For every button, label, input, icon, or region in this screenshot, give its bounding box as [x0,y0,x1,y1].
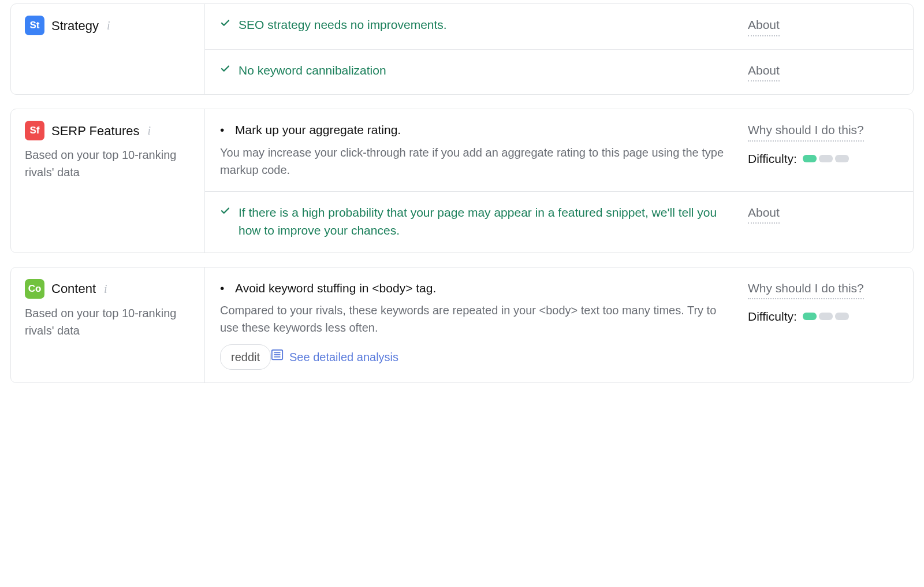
difficulty-segment [819,155,833,162]
recommendation-description: Compared to your rivals, these keywords … [220,302,733,336]
recommendation-heading: Avoid keyword stuffing in <body> tag. [235,279,436,298]
recommendation-item: No keyword cannibalizationAbout [204,49,913,95]
about-link[interactable]: About [748,203,780,224]
difficulty-bar [803,313,849,320]
see-detailed-analysis-label: See detailed analysis [289,348,398,366]
category-section: StStrategyiSEO strategy needs no improve… [10,3,914,95]
recommendation-heading: Mark up your aggregate rating. [235,121,401,139]
bullet-icon: • [220,279,227,298]
difficulty-segment [835,313,849,320]
info-icon[interactable]: i [104,280,107,298]
recommendation-heading: SEO strategy needs no improvements. [239,16,447,34]
category-subtitle: Based on your top 10-ranking rivals' dat… [25,304,191,339]
category-badge: Co [25,279,44,299]
bullet-icon: • [220,121,227,139]
category-subtitle: Based on your top 10-ranking rivals' dat… [25,146,191,181]
recommendation-item: •Avoid keyword stuffing in <body> tag.Co… [204,268,913,383]
difficulty-label: Difficulty: [748,307,797,326]
recommendation-item: SEO strategy needs no improvements.About [204,4,913,49]
difficulty-label: Difficulty: [748,150,797,168]
category-header: CoContentiBased on your top 10-ranking r… [11,268,204,383]
recommendation-heading: If there is a high probability that your… [239,203,733,240]
info-icon[interactable]: i [147,122,151,139]
difficulty-segment [803,155,817,162]
category-section: CoContentiBased on your top 10-ranking r… [10,267,914,384]
list-icon [271,348,284,366]
difficulty-segment [803,313,817,320]
difficulty-indicator: Difficulty: [748,150,898,168]
category-badge: St [25,16,44,35]
difficulty-segment [819,313,833,320]
recommendation-item: •Mark up your aggregate rating.You may i… [204,109,913,191]
check-icon [220,203,230,218]
keyword-chip[interactable]: reddit [220,344,271,370]
about-link[interactable]: About [748,16,780,36]
see-detailed-analysis-link[interactable]: See detailed analysis [271,348,398,366]
category-section: SfSERP FeaturesiBased on your top 10-ran… [10,109,914,253]
check-icon [220,16,230,31]
why-link[interactable]: Why should I do this? [748,279,864,300]
difficulty-indicator: Difficulty: [748,307,898,326]
category-header: SfSERP FeaturesiBased on your top 10-ran… [11,109,204,252]
difficulty-segment [835,155,849,162]
category-title: Strategy [51,16,99,35]
why-link[interactable]: Why should I do this? [748,121,864,142]
recommendation-heading: No keyword cannibalization [239,61,386,80]
category-header: StStrategyi [11,4,204,94]
category-badge: Sf [25,121,44,140]
category-title: SERP Features [51,121,139,140]
check-icon [220,61,230,76]
info-icon[interactable]: i [107,17,110,34]
about-link[interactable]: About [748,61,780,82]
recommendation-item: If there is a high probability that your… [204,191,913,252]
category-title: Content [51,279,96,298]
recommendation-description: You may increase your click-through rate… [220,144,733,179]
difficulty-bar [803,155,849,162]
